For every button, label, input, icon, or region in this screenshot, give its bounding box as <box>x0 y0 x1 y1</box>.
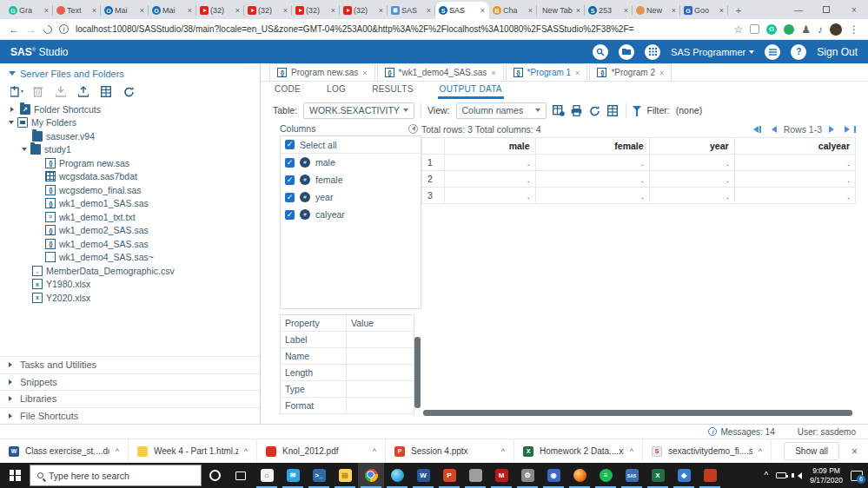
first-page-icon[interactable] <box>750 126 761 133</box>
tab-close-icon[interactable]: × <box>491 69 495 77</box>
browser-tab[interactable]: New× <box>633 2 680 19</box>
start-button[interactable] <box>0 463 30 488</box>
document-tab[interactable]: *wk1_demo4_SAS.sas× <box>377 63 504 81</box>
download-item[interactable]: Ssexactivitydemo_fi....sas^ <box>643 439 772 463</box>
tab-close-icon[interactable]: × <box>623 6 629 15</box>
next-page-icon[interactable] <box>829 126 838 133</box>
new-tab-button[interactable]: + <box>732 3 745 17</box>
tree-item[interactable]: My Folders <box>0 116 260 130</box>
refresh-data-icon[interactable] <box>589 105 601 116</box>
tree-item[interactable]: wcgsdemo_final.sas <box>0 183 260 197</box>
data-cell[interactable]: . <box>734 155 855 171</box>
tree-item[interactable]: Y1980.xlsx <box>0 278 260 292</box>
tree-item[interactable]: study1 <box>0 143 260 157</box>
browser-tab[interactable]: (32)× <box>340 2 388 19</box>
select-all-row[interactable]: ✓ Select all <box>281 136 421 154</box>
media-controls-icon[interactable]: ♪ <box>818 23 823 36</box>
sas-app-taskbar-button[interactable]: SAS <box>619 463 645 488</box>
tree-item[interactable]: wk1_demo1_SAS.sas <box>0 197 260 211</box>
upload-icon[interactable] <box>78 86 90 97</box>
download-expand-icon[interactable]: ^ <box>244 447 248 456</box>
search-icon[interactable] <box>593 44 608 60</box>
tree-caret-icon[interactable] <box>10 107 17 112</box>
vertical-scrollbar[interactable] <box>414 337 421 408</box>
last-page-icon[interactable] <box>845 126 856 133</box>
section-server-files[interactable]: Server Files and Folders <box>0 63 260 82</box>
data-cell[interactable]: . <box>649 171 734 188</box>
new-file-icon[interactable] <box>10 86 23 97</box>
close-downloads-icon[interactable]: × <box>851 445 858 458</box>
tab-close-icon[interactable]: × <box>480 6 486 15</box>
column-header[interactable]: male <box>445 138 536 155</box>
refresh-icon[interactable] <box>123 86 136 97</box>
open-folder-icon[interactable] <box>619 44 634 60</box>
tab-results[interactable]: RESULTS <box>370 82 414 99</box>
side-panel-icon[interactable] <box>750 24 759 34</box>
role-selector[interactable]: SAS Programmer <box>671 47 754 57</box>
download-expand-icon[interactable]: ^ <box>759 447 762 456</box>
checkbox-checked-icon[interactable]: ✓ <box>285 158 295 168</box>
browser-tab[interactable]: SSAS× <box>435 2 489 19</box>
tab-close-icon[interactable]: × <box>139 6 145 15</box>
sidebar-section-snippets[interactable]: Snippets <box>0 373 260 391</box>
table-view-icon[interactable] <box>101 86 113 97</box>
sidebar-section-tasks-and-utilities[interactable]: Tasks and Utilities <box>0 356 260 373</box>
grammarly-extension-icon[interactable]: G <box>766 24 777 35</box>
table-select[interactable]: WORK.SEXACTIVITY <box>303 102 414 119</box>
checkbox-checked-icon[interactable]: ✓ <box>285 175 295 185</box>
browser-tab[interactable]: (32)× <box>244 2 292 19</box>
download-item[interactable]: Knol_2012.pdf^ <box>257 439 386 463</box>
browser-tab[interactable]: OMai× <box>101 2 149 19</box>
edge-taskbar-button[interactable] <box>384 463 410 488</box>
tree-caret-icon[interactable] <box>9 121 14 127</box>
tab-close-icon[interactable]: × <box>282 6 288 15</box>
tab-close-icon[interactable]: × <box>659 69 664 77</box>
tab-code[interactable]: CODE <box>273 82 302 99</box>
extensions-puzzle-icon[interactable]: ♟ <box>801 23 811 36</box>
vmware-taskbar-button[interactable] <box>697 463 723 488</box>
tree-item[interactable]: Folder Shortcuts <box>0 102 260 116</box>
word-taskbar-button[interactable]: W <box>410 463 436 488</box>
tree-item[interactable]: wk1_demo4_SAS.sas~ <box>0 251 260 265</box>
checkbox-checked-icon[interactable]: ✓ <box>285 210 295 220</box>
data-cell[interactable]: . <box>445 188 536 204</box>
cortana-button[interactable] <box>202 463 228 488</box>
browser-tab[interactable]: (32)× <box>292 2 340 19</box>
download-item[interactable]: WClass exercise_st....docx^ <box>0 439 129 463</box>
tab-close-icon[interactable]: × <box>671 6 677 15</box>
taskbar-search[interactable]: Type here to search <box>30 465 202 486</box>
browser-tab[interactable]: Text× <box>53 2 101 19</box>
excel-taskbar-button[interactable]: X <box>645 463 671 488</box>
site-info-icon[interactable]: i <box>59 24 69 34</box>
browser-tab[interactable]: OMai× <box>149 2 196 19</box>
close-window-button[interactable]: × <box>840 0 868 19</box>
mail-taskbar-button[interactable]: ✉ <box>280 463 306 488</box>
tab-close-icon[interactable]: × <box>91 6 97 15</box>
tree-caret-icon[interactable] <box>22 148 27 154</box>
download-icon[interactable] <box>56 86 68 97</box>
tree-item[interactable]: wk1_demo1_txt.txt <box>0 210 260 224</box>
spotify-taskbar-button[interactable]: ≡ <box>593 463 619 488</box>
messages-indicator[interactable]: i Messages: 14 <box>708 427 774 437</box>
column-row[interactable]: ✓#male <box>281 154 421 171</box>
firefox-taskbar-button[interactable] <box>567 463 593 488</box>
document-tab[interactable]: Program new.sas× <box>269 63 375 81</box>
data-cell[interactable]: . <box>535 171 649 188</box>
delete-icon[interactable] <box>33 86 45 97</box>
print-icon[interactable] <box>571 105 583 116</box>
download-item[interactable]: Week 4 - Part 1.html.zip^ <box>129 439 257 463</box>
tab-output-data[interactable]: OUTPUT DATA <box>438 82 504 99</box>
sign-out-button[interactable]: Sign Out <box>817 46 858 58</box>
tab-close-icon[interactable]: × <box>426 6 432 15</box>
column-header[interactable]: calyear <box>734 138 855 155</box>
powerpoint-taskbar-button[interactable]: P <box>436 463 462 488</box>
reload-icon[interactable] <box>42 23 54 35</box>
sidebar-section-file-shortcuts[interactable]: File Shortcuts <box>0 407 260 425</box>
tree-item[interactable]: wk1_demo4_SAS.sas <box>0 237 260 251</box>
back-icon[interactable]: ← <box>9 23 19 36</box>
sidebar-section-libraries[interactable]: Libraries <box>0 390 260 407</box>
maximize-button[interactable] <box>812 0 840 19</box>
download-expand-icon[interactable]: ^ <box>116 447 119 456</box>
data-cell[interactable]: . <box>649 155 734 171</box>
checkbox-checked-icon[interactable]: ✓ <box>285 193 295 202</box>
